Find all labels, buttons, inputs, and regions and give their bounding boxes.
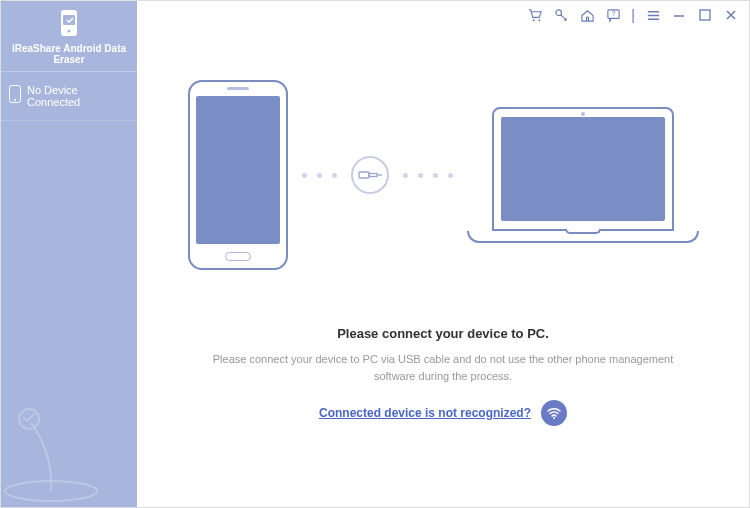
- connect-subtitle: Please connect your device to PC via USB…: [203, 351, 683, 384]
- sidebar-decor-icon: [1, 403, 121, 507]
- wifi-button[interactable]: [541, 400, 567, 426]
- svg-rect-13: [359, 172, 369, 178]
- connection-illustration: [188, 80, 699, 270]
- menu-icon[interactable]: [645, 7, 661, 23]
- app-logo-icon: [57, 9, 81, 41]
- svg-point-7: [533, 19, 535, 21]
- svg-point-2: [68, 30, 71, 33]
- phone-icon: [188, 80, 288, 270]
- connection-dots-left: [302, 173, 337, 178]
- device-status: No Device Connected: [1, 72, 137, 121]
- svg-text:?: ?: [612, 9, 616, 16]
- usb-plug-icon: [351, 156, 389, 194]
- maximize-button[interactable]: [697, 7, 713, 23]
- main-area: ? |: [137, 1, 749, 507]
- cart-icon[interactable]: [527, 7, 543, 23]
- recognize-row: Connected device is not recognized?: [203, 400, 683, 426]
- not-recognized-link[interactable]: Connected device is not recognized?: [319, 406, 531, 420]
- separator: |: [631, 7, 635, 23]
- close-button[interactable]: [723, 7, 739, 23]
- messages: Please connect your device to PC. Please…: [203, 326, 683, 426]
- device-status-label: No Device Connected: [27, 84, 129, 108]
- logo-area: iReaShare Android Data Eraser: [1, 1, 137, 72]
- svg-point-8: [538, 19, 540, 21]
- sidebar: iReaShare Android Data Eraser No Device …: [1, 1, 137, 507]
- svg-point-4: [14, 99, 16, 101]
- connect-title: Please connect your device to PC.: [203, 326, 683, 341]
- feedback-icon[interactable]: ?: [605, 7, 621, 23]
- svg-rect-1: [63, 15, 75, 25]
- svg-rect-12: [700, 10, 710, 20]
- svg-rect-14: [369, 174, 377, 177]
- content: Please connect your device to PC. Please…: [137, 29, 749, 507]
- minimize-button[interactable]: [671, 7, 687, 23]
- home-icon[interactable]: [579, 7, 595, 23]
- titlebar: ? |: [137, 1, 749, 29]
- phone-outline-icon: [9, 85, 21, 107]
- laptop-icon: [467, 107, 699, 243]
- connection-dots-right: [403, 173, 453, 178]
- app-name: iReaShare Android Data Eraser: [5, 43, 133, 65]
- key-icon[interactable]: [553, 7, 569, 23]
- svg-point-16: [553, 417, 555, 419]
